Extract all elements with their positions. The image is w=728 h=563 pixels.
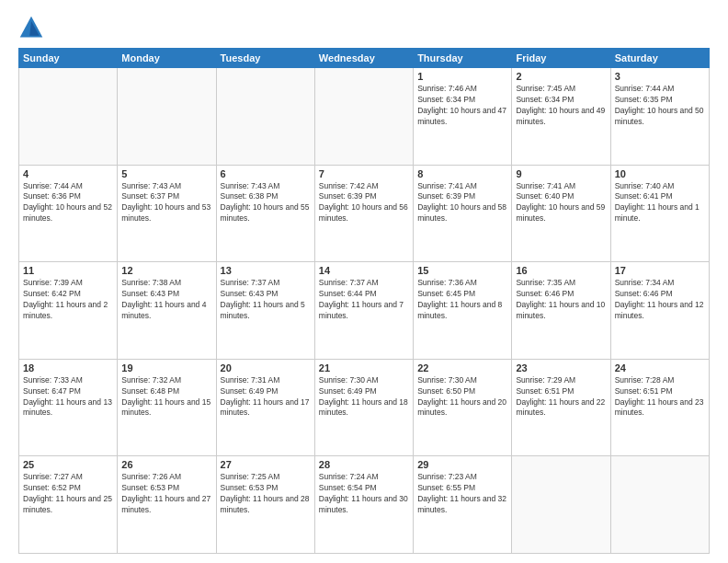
day-cell: 4Sunrise: 7:44 AM Sunset: 6:36 PM Daylig… xyxy=(19,165,118,262)
day-info: Sunrise: 7:38 AM Sunset: 6:43 PM Dayligh… xyxy=(121,278,211,322)
day-cell: 28Sunrise: 7:24 AM Sunset: 6:54 PM Dayli… xyxy=(314,456,413,554)
day-number: 10 xyxy=(615,168,705,179)
day-info: Sunrise: 7:37 AM Sunset: 6:44 PM Dayligh… xyxy=(319,278,409,322)
day-cell: 10Sunrise: 7:40 AM Sunset: 6:41 PM Dayli… xyxy=(610,165,709,262)
day-number: 25 xyxy=(23,459,113,470)
day-cell xyxy=(512,456,610,554)
day-info: Sunrise: 7:31 AM Sunset: 6:49 PM Dayligh… xyxy=(221,375,311,419)
day-cell: 7Sunrise: 7:42 AM Sunset: 6:39 PM Daylig… xyxy=(314,165,413,262)
day-cell: 5Sunrise: 7:43 AM Sunset: 6:37 PM Daylig… xyxy=(118,165,216,262)
header-cell-friday: Friday xyxy=(512,49,610,68)
header-row: SundayMondayTuesdayWednesdayThursdayFrid… xyxy=(19,49,710,68)
day-number: 11 xyxy=(23,265,113,276)
day-cell xyxy=(118,68,216,166)
day-cell: 21Sunrise: 7:30 AM Sunset: 6:49 PM Dayli… xyxy=(314,359,413,456)
calendar-header: SundayMondayTuesdayWednesdayThursdayFrid… xyxy=(19,49,710,68)
day-number: 24 xyxy=(615,362,705,373)
day-number: 9 xyxy=(516,168,606,179)
day-number: 17 xyxy=(615,265,705,276)
day-number: 19 xyxy=(121,362,211,373)
header-cell-sunday: Sunday xyxy=(19,49,118,68)
day-cell: 19Sunrise: 7:32 AM Sunset: 6:48 PM Dayli… xyxy=(118,359,216,456)
day-number: 6 xyxy=(221,168,311,179)
day-cell: 8Sunrise: 7:41 AM Sunset: 6:39 PM Daylig… xyxy=(414,165,512,262)
day-info: Sunrise: 7:40 AM Sunset: 6:41 PM Dayligh… xyxy=(615,181,705,225)
day-cell: 12Sunrise: 7:38 AM Sunset: 6:43 PM Dayli… xyxy=(118,262,216,360)
day-info: Sunrise: 7:41 AM Sunset: 6:40 PM Dayligh… xyxy=(516,181,606,225)
header-cell-monday: Monday xyxy=(118,49,216,68)
day-number: 28 xyxy=(319,459,409,470)
week-row-2: 11Sunrise: 7:39 AM Sunset: 6:42 PM Dayli… xyxy=(19,262,710,360)
day-info: Sunrise: 7:44 AM Sunset: 6:35 PM Dayligh… xyxy=(615,84,705,128)
day-info: Sunrise: 7:43 AM Sunset: 6:38 PM Dayligh… xyxy=(221,181,311,225)
header-cell-saturday: Saturday xyxy=(610,49,709,68)
day-number: 2 xyxy=(516,71,606,82)
day-info: Sunrise: 7:44 AM Sunset: 6:36 PM Dayligh… xyxy=(23,181,113,225)
day-number: 26 xyxy=(121,459,211,470)
day-number: 1 xyxy=(417,71,507,82)
day-number: 13 xyxy=(221,265,311,276)
day-info: Sunrise: 7:30 AM Sunset: 6:50 PM Dayligh… xyxy=(417,375,507,419)
day-info: Sunrise: 7:23 AM Sunset: 6:55 PM Dayligh… xyxy=(417,472,507,516)
day-number: 20 xyxy=(221,362,311,373)
calendar-table: SundayMondayTuesdayWednesdayThursdayFrid… xyxy=(18,48,710,554)
logo-icon xyxy=(18,15,44,40)
header xyxy=(18,15,710,40)
day-cell: 23Sunrise: 7:29 AM Sunset: 6:51 PM Dayli… xyxy=(512,359,610,456)
day-cell: 6Sunrise: 7:43 AM Sunset: 6:38 PM Daylig… xyxy=(216,165,314,262)
day-cell: 2Sunrise: 7:45 AM Sunset: 6:34 PM Daylig… xyxy=(512,68,610,166)
day-number: 23 xyxy=(516,362,606,373)
day-cell: 11Sunrise: 7:39 AM Sunset: 6:42 PM Dayli… xyxy=(19,262,118,360)
day-info: Sunrise: 7:30 AM Sunset: 6:49 PM Dayligh… xyxy=(319,375,409,419)
day-number: 7 xyxy=(319,168,409,179)
day-cell xyxy=(19,68,118,166)
day-number: 27 xyxy=(221,459,311,470)
day-number: 21 xyxy=(319,362,409,373)
day-number: 5 xyxy=(121,168,211,179)
calendar-body: 1Sunrise: 7:46 AM Sunset: 6:34 PM Daylig… xyxy=(19,68,710,554)
day-number: 3 xyxy=(615,71,705,82)
day-cell xyxy=(216,68,314,166)
day-cell: 24Sunrise: 7:28 AM Sunset: 6:51 PM Dayli… xyxy=(610,359,709,456)
week-row-4: 25Sunrise: 7:27 AM Sunset: 6:52 PM Dayli… xyxy=(19,456,710,554)
day-info: Sunrise: 7:29 AM Sunset: 6:51 PM Dayligh… xyxy=(516,375,606,419)
day-cell xyxy=(314,68,413,166)
day-number: 8 xyxy=(417,168,507,179)
day-info: Sunrise: 7:45 AM Sunset: 6:34 PM Dayligh… xyxy=(516,84,606,128)
day-number: 18 xyxy=(23,362,113,373)
day-number: 29 xyxy=(417,459,507,470)
day-info: Sunrise: 7:33 AM Sunset: 6:47 PM Dayligh… xyxy=(23,375,113,419)
day-info: Sunrise: 7:46 AM Sunset: 6:34 PM Dayligh… xyxy=(417,84,507,128)
day-number: 15 xyxy=(417,265,507,276)
day-number: 16 xyxy=(516,265,606,276)
day-cell: 29Sunrise: 7:23 AM Sunset: 6:55 PM Dayli… xyxy=(414,456,512,554)
header-cell-thursday: Thursday xyxy=(414,49,512,68)
day-cell: 3Sunrise: 7:44 AM Sunset: 6:35 PM Daylig… xyxy=(610,68,709,166)
day-cell: 9Sunrise: 7:41 AM Sunset: 6:40 PM Daylig… xyxy=(512,165,610,262)
day-cell: 18Sunrise: 7:33 AM Sunset: 6:47 PM Dayli… xyxy=(19,359,118,456)
day-info: Sunrise: 7:32 AM Sunset: 6:48 PM Dayligh… xyxy=(121,375,211,419)
day-info: Sunrise: 7:34 AM Sunset: 6:46 PM Dayligh… xyxy=(615,278,705,322)
header-cell-tuesday: Tuesday xyxy=(216,49,314,68)
day-cell: 14Sunrise: 7:37 AM Sunset: 6:44 PM Dayli… xyxy=(314,262,413,360)
day-number: 12 xyxy=(121,265,211,276)
day-info: Sunrise: 7:43 AM Sunset: 6:37 PM Dayligh… xyxy=(121,181,211,225)
day-info: Sunrise: 7:37 AM Sunset: 6:43 PM Dayligh… xyxy=(221,278,311,322)
day-cell: 13Sunrise: 7:37 AM Sunset: 6:43 PM Dayli… xyxy=(216,262,314,360)
page: SundayMondayTuesdayWednesdayThursdayFrid… xyxy=(0,0,728,563)
day-info: Sunrise: 7:26 AM Sunset: 6:53 PM Dayligh… xyxy=(121,472,211,516)
day-cell: 15Sunrise: 7:36 AM Sunset: 6:45 PM Dayli… xyxy=(414,262,512,360)
day-cell: 26Sunrise: 7:26 AM Sunset: 6:53 PM Dayli… xyxy=(118,456,216,554)
day-info: Sunrise: 7:35 AM Sunset: 6:46 PM Dayligh… xyxy=(516,278,606,322)
day-cell: 1Sunrise: 7:46 AM Sunset: 6:34 PM Daylig… xyxy=(414,68,512,166)
day-cell: 17Sunrise: 7:34 AM Sunset: 6:46 PM Dayli… xyxy=(610,262,709,360)
day-info: Sunrise: 7:36 AM Sunset: 6:45 PM Dayligh… xyxy=(417,278,507,322)
day-cell: 16Sunrise: 7:35 AM Sunset: 6:46 PM Dayli… xyxy=(512,262,610,360)
day-info: Sunrise: 7:27 AM Sunset: 6:52 PM Dayligh… xyxy=(23,472,113,516)
day-info: Sunrise: 7:41 AM Sunset: 6:39 PM Dayligh… xyxy=(417,181,507,225)
day-info: Sunrise: 7:28 AM Sunset: 6:51 PM Dayligh… xyxy=(615,375,705,419)
day-number: 14 xyxy=(319,265,409,276)
week-row-0: 1Sunrise: 7:46 AM Sunset: 6:34 PM Daylig… xyxy=(19,68,710,166)
day-info: Sunrise: 7:25 AM Sunset: 6:53 PM Dayligh… xyxy=(221,472,311,516)
day-info: Sunrise: 7:24 AM Sunset: 6:54 PM Dayligh… xyxy=(319,472,409,516)
